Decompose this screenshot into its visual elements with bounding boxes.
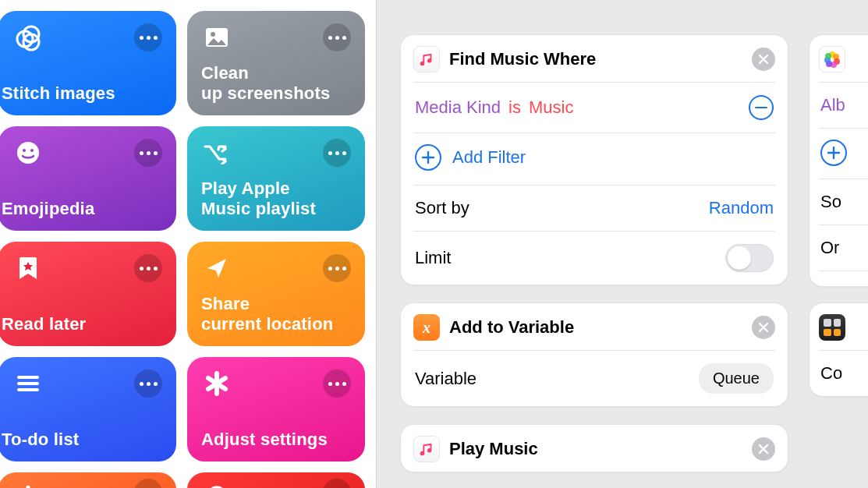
sort-by-row[interactable]: Sort by Random (401, 186, 788, 231)
more-icon[interactable] (134, 254, 162, 282)
add-filter-label: Add Filter (452, 147, 526, 168)
overlap-circles-icon (12, 22, 44, 53)
row-label[interactable]: Lim (810, 271, 868, 287)
svg-point-7 (30, 149, 34, 152)
shortcut-card[interactable]: Cleanup screenshots (187, 11, 365, 115)
row-label[interactable]: So (810, 179, 868, 225)
shortcut-card[interactable]: Stitch images (0, 11, 176, 115)
shortcut-card[interactable] (187, 472, 365, 488)
photo-icon (201, 22, 232, 53)
row-label: Sort by (415, 198, 469, 218)
music-app-icon (413, 46, 440, 72)
photos-app-icon (819, 46, 845, 72)
close-icon[interactable] (752, 437, 775, 461)
svg-point-4 (211, 32, 215, 37)
shortcut-title: Emojipedia (2, 199, 162, 218)
shortcut-title: Cleanup screenshots (201, 63, 351, 103)
filter-condition[interactable]: Media Kind is Music (401, 83, 788, 133)
filter-op: is (508, 97, 521, 118)
more-icon[interactable] (323, 23, 351, 51)
row-label: Limit (415, 248, 451, 268)
shortcut-card[interactable]: Adjust settings (187, 357, 365, 461)
row-label: Variable (415, 369, 477, 389)
shortcut-card[interactable]: Sharecurrent location (187, 242, 365, 346)
music-app-icon (413, 436, 440, 462)
shortcut-title: Adjust settings (201, 430, 351, 449)
target-icon (201, 480, 232, 488)
more-icon[interactable] (323, 254, 351, 282)
more-icon[interactable] (134, 23, 162, 51)
block-title: Add to Variable (449, 317, 742, 338)
action-block-find-music[interactable]: Find Music Where Media Kind is Music Ad (400, 34, 788, 285)
action-block-play-music[interactable]: Play Music (400, 424, 788, 472)
more-icon[interactable] (323, 139, 351, 167)
svg-point-5 (17, 142, 39, 164)
shortcut-title: To-do list (2, 430, 162, 449)
action-block-add-variable[interactable]: x Add to Variable Variable Queue (400, 302, 788, 407)
calculator-icon (819, 314, 845, 341)
plus-icon (12, 480, 44, 488)
smiley-icon (12, 137, 44, 168)
plus-icon (820, 140, 847, 166)
shortcut-title: Play AppleMusic playlist (201, 179, 351, 218)
workflow-editor: Find Music Where Media Kind is Music Ad (376, 0, 868, 488)
more-icon[interactable] (134, 139, 162, 167)
variable-pill[interactable]: Queue (699, 363, 774, 394)
shortcut-card[interactable] (0, 472, 176, 488)
add-filter-button[interactable] (810, 129, 868, 179)
shortcut-card[interactable]: Emojipedia (0, 126, 176, 231)
row-label[interactable]: Co (810, 351, 868, 396)
shortcuts-gallery: Stitch imagesCleanup screenshotsEmojiped… (0, 0, 376, 488)
shortcut-card[interactable]: To-do list (0, 357, 176, 461)
row-label[interactable]: Or (810, 225, 868, 271)
more-icon[interactable] (134, 370, 162, 398)
variable-row[interactable]: Variable Queue (401, 351, 788, 406)
svg-rect-14 (755, 107, 767, 108)
block-title: Find Music Where (449, 49, 742, 69)
filter-value: Music (529, 97, 573, 118)
action-block-photos[interactable]: Alb So Or Lim (809, 34, 868, 287)
asterisk-icon (201, 368, 232, 399)
limit-switch[interactable] (725, 244, 774, 272)
shortcut-title: Read later (2, 314, 162, 334)
bookmark-icon (12, 253, 44, 284)
close-icon[interactable] (752, 48, 775, 71)
svg-rect-9 (17, 376, 39, 379)
list-icon (12, 368, 44, 399)
more-icon[interactable] (323, 370, 351, 398)
shortcut-title: Stitch images (2, 83, 162, 103)
svg-point-21 (825, 53, 831, 59)
filter-field[interactable]: Alb (810, 83, 868, 128)
row-value: Random (709, 198, 774, 218)
shortcut-card[interactable]: Read later (0, 242, 176, 346)
svg-rect-11 (17, 388, 39, 391)
add-filter-button[interactable]: Add Filter (401, 133, 788, 185)
limit-row[interactable]: Limit (401, 232, 788, 285)
secondary-workflow-column: Alb So Or Lim Co (809, 34, 868, 488)
close-icon[interactable] (752, 316, 775, 339)
more-icon[interactable] (134, 479, 162, 488)
svg-rect-10 (17, 382, 39, 385)
shortcut-card[interactable]: Play AppleMusic playlist (187, 126, 365, 231)
block-title: Play Music (449, 439, 742, 459)
location-icon (201, 253, 232, 284)
shortcut-title: Sharecurrent location (201, 294, 351, 334)
svg-point-6 (23, 149, 26, 152)
more-icon[interactable] (323, 479, 351, 488)
filter-field: Media Kind (415, 97, 501, 118)
plus-icon (415, 144, 441, 171)
shuffle-icon (201, 137, 232, 168)
action-block-calculator[interactable]: Co (809, 302, 868, 397)
variable-icon: x (413, 314, 440, 341)
remove-filter-button[interactable] (749, 95, 774, 120)
